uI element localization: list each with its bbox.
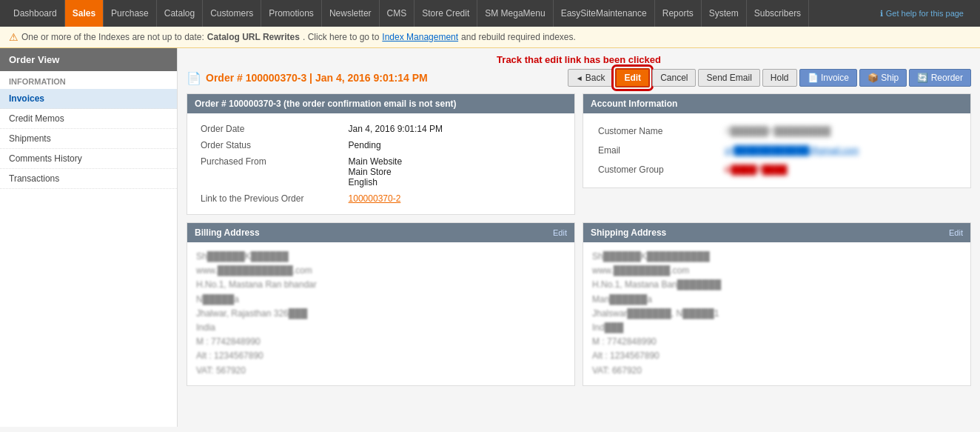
nav-purchase[interactable]: Purchase <box>104 0 157 27</box>
nav-newsletter[interactable]: Newsletter <box>322 0 380 27</box>
nav-system[interactable]: System <box>702 0 747 27</box>
table-row: Link to the Previous Order 100000370-2 <box>196 190 565 207</box>
list-item: H.No.1, Mastana Ran bhandar <box>196 278 565 292</box>
sidebar-item-invoices[interactable]: Invoices <box>0 89 177 109</box>
list-item: M : 7742848990 <box>592 335 961 349</box>
reorder-button[interactable]: 🔄 Reorder <box>909 69 971 87</box>
billing-address-edit-link[interactable]: Edit <box>553 228 567 237</box>
billing-address-col: Billing Address Edit Sh██████K██████ www… <box>187 222 575 393</box>
order-info-title: Order # 100000370-3 (the order confirmat… <box>195 99 456 109</box>
order-title: 📄 Order # 100000370-3 | Jan 4, 2016 9:01… <box>187 71 428 85</box>
table-row: Customer Name S██████K█████████ <box>594 122 960 140</box>
reorder-label: Reorder <box>931 73 963 83</box>
help-icon: ℹ <box>880 9 883 19</box>
main-content: Track that edit link has been clicked 📄 … <box>178 48 980 427</box>
list-item: India <box>196 321 565 335</box>
nav-dashboard[interactable]: Dashboard <box>6 0 65 27</box>
hold-button[interactable]: Hold <box>762 69 797 87</box>
nav-sales[interactable]: Sales <box>65 0 104 27</box>
list-item: Alt : 1234567890 <box>196 349 565 363</box>
sidebar-item-credit-memos[interactable]: Credit Memos <box>0 109 177 129</box>
nav-customers[interactable]: Customers <box>203 0 261 27</box>
help-label: Get help for this page <box>886 9 964 18</box>
shipping-address-box: Shipping Address Edit Sh██████K█████████… <box>583 222 971 386</box>
list-item: Jhalwar, Rajasthan 326███ <box>196 307 565 321</box>
billing-address-body: Sh██████K██████ www.████████████.com H.N… <box>187 242 574 385</box>
account-info-title: Account Information <box>591 99 677 109</box>
list-item: VAT: 567920 <box>196 364 565 378</box>
annotation-area: Track that edit link has been clicked <box>187 54 971 65</box>
sidebar-item-transactions[interactable]: Transactions <box>0 169 177 189</box>
account-info-box: Account Information Customer Name S█████… <box>583 93 971 188</box>
shipping-address-edit-link[interactable]: Edit <box>949 228 963 237</box>
list-item: www.█████████.com <box>592 264 961 278</box>
page-wrapper: Order View Information Invoices Credit M… <box>0 48 980 427</box>
alert-highlight: Catalog URL Rewrites <box>207 32 300 42</box>
nav-promotions[interactable]: Promotions <box>261 0 322 27</box>
list-item: www.████████████.com <box>196 264 565 278</box>
ship-button[interactable]: 📦 Ship <box>859 69 907 87</box>
table-row: Email sh████████████@gmail.com <box>594 142 960 159</box>
list-item: M : 7742848990 <box>196 335 565 349</box>
alert-end: and rebuild required indexes. <box>461 32 576 42</box>
cancel-button[interactable]: Cancel <box>652 69 696 87</box>
edit-button[interactable]: Edit <box>615 68 650 87</box>
back-button[interactable]: ◄ Back <box>568 69 614 87</box>
invoice-button[interactable]: 📄 Invoice <box>799 69 857 87</box>
sidebar-item-comments-history[interactable]: Comments History <box>0 149 177 169</box>
order-info-box: Order # 100000370-3 (the order confirmat… <box>187 93 575 215</box>
nav-sm-megamenu[interactable]: SM MegaMenu <box>477 0 553 27</box>
back-arrow-icon: ◄ <box>576 74 583 82</box>
table-row: Purchased From Main Website Main Store E… <box>196 153 565 190</box>
shipping-address-body: Sh██████K██████████ www.█████████.com H.… <box>583 242 970 385</box>
order-status-label: Order Status <box>196 137 344 153</box>
email-label: Email <box>594 142 719 159</box>
nav-subscribers[interactable]: Subscribers <box>747 0 809 27</box>
table-row: Order Status Pending <box>196 137 565 153</box>
shipping-address-col: Shipping Address Edit Sh██████K█████████… <box>583 222 971 393</box>
index-management-link[interactable]: Index Management <box>382 32 458 42</box>
billing-address-box: Billing Address Edit Sh██████K██████ www… <box>187 222 575 386</box>
top-navigation: Dashboard Sales Purchase Catalog Custome… <box>0 0 980 27</box>
customer-group-value: G████T████ <box>720 161 960 179</box>
account-info-table: Customer Name S██████K█████████ Email sh… <box>592 121 961 180</box>
document-icon: 📄 <box>187 71 201 85</box>
invoice-label: Invoice <box>821 73 849 83</box>
account-info-col: Account Information Customer Name S█████… <box>583 93 971 222</box>
account-info-header: Account Information <box>583 94 970 113</box>
nav-store-credit[interactable]: Store Credit <box>415 0 477 27</box>
nav-catalog[interactable]: Catalog <box>157 0 203 27</box>
list-item: N█████a <box>196 293 565 307</box>
nav-reports[interactable]: Reports <box>655 0 702 27</box>
billing-address-text: Sh██████K██████ www.████████████.com H.N… <box>196 250 565 378</box>
list-item: Man██████a <box>592 293 961 307</box>
nav-easysitemaintenance[interactable]: EasySiteMaintenance <box>554 0 655 27</box>
ship-label: Ship <box>881 73 899 83</box>
action-buttons: ◄ Back Edit Cancel Send Email Hold 📄 Inv… <box>568 68 971 87</box>
sidebar-title: Order View <box>0 48 177 71</box>
alert-bar: ⚠ One or more of the Indexes are not up … <box>0 27 980 48</box>
list-item: VAT: 667920 <box>592 364 961 378</box>
email-value: sh████████████@gmail.com <box>720 142 960 159</box>
list-item: H.No.1, Mastana Ban███████ <box>592 278 961 292</box>
send-email-button[interactable]: Send Email <box>698 69 759 87</box>
list-item: Jhalswar███████, N█████1 <box>592 307 961 321</box>
order-date-label: Order Date <box>196 121 344 137</box>
list-item: Ind███ <box>592 321 961 335</box>
help-button[interactable]: ℹ Get help for this page <box>873 0 974 27</box>
previous-order-label: Link to the Previous Order <box>196 190 344 207</box>
table-row: Order Date Jan 4, 2016 9:01:14 PM <box>196 121 565 137</box>
sidebar: Order View Information Invoices Credit M… <box>0 48 178 427</box>
previous-order-link[interactable]: 100000370-2 <box>349 193 401 204</box>
sidebar-item-shipments[interactable]: Shipments <box>0 129 177 149</box>
list-item: Sh██████K██████████ <box>592 250 961 264</box>
nav-cms[interactable]: CMS <box>380 0 415 27</box>
alert-message: One or more of the Indexes are not up to… <box>21 32 204 42</box>
shipping-address-text: Sh██████K██████████ www.█████████.com H.… <box>592 250 961 378</box>
purchased-from-label: Purchased From <box>196 153 344 190</box>
reorder-icon: 🔄 <box>917 73 928 83</box>
order-info-body: Order Date Jan 4, 2016 9:01:14 PM Order … <box>187 113 574 214</box>
alert-icon: ⚠ <box>9 31 19 43</box>
alert-suffix: . Click here to go to <box>303 32 379 42</box>
table-row: Customer Group G████T████ <box>594 161 960 179</box>
